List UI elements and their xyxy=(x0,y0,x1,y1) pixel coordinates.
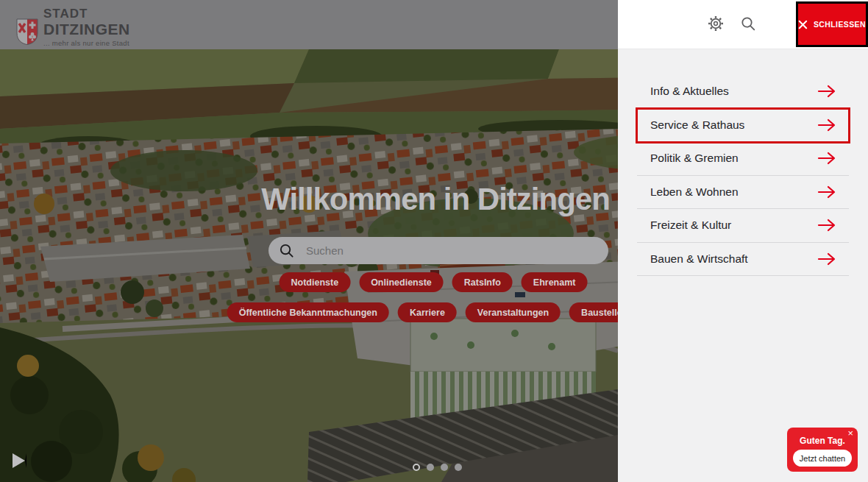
close-menu-button[interactable]: SCHLIESSEN xyxy=(796,1,868,47)
settings-button[interactable] xyxy=(705,13,727,35)
chat-widget: × Guten Tag. Jetzt chatten xyxy=(787,428,858,472)
menu-item-info-aktuelles[interactable]: Info & Aktuelles xyxy=(637,75,849,109)
quick-link-ehrenamt[interactable]: Ehrenamt xyxy=(522,272,588,292)
menu-item-label: Service & Rathaus xyxy=(650,118,744,132)
close-x-icon xyxy=(798,19,808,30)
quick-link-notdienste[interactable]: Notdienste xyxy=(280,272,351,292)
gear-icon xyxy=(707,15,725,32)
play-button[interactable] xyxy=(13,453,26,468)
logo-line1: STADT xyxy=(43,7,130,20)
carousel-dot-2[interactable] xyxy=(427,464,434,471)
carousel-dot-1[interactable] xyxy=(413,464,420,471)
carousel-dots xyxy=(413,464,462,471)
carousel-dot-4[interactable] xyxy=(455,464,462,471)
quick-link-veranstaltungen[interactable]: Veranstaltungen xyxy=(466,302,561,322)
quick-links-row1: Notdienste Onlinedienste RatsInfo Ehrena… xyxy=(280,272,588,292)
arrow-right-icon xyxy=(817,118,836,132)
menu-item-label: Info & Aktuelles xyxy=(650,85,729,98)
menu-item-politik-gremien[interactable]: Politik & Gremien xyxy=(637,142,849,176)
search-bar[interactable] xyxy=(268,237,608,264)
menu-panel: SCHLIESSEN Info & Aktuelles Service & Ra… xyxy=(618,0,868,482)
menu-item-label: Bauen & Wirtschaft xyxy=(650,252,748,266)
site-header: STADT DITZINGEN ... mehr als nur eine St… xyxy=(0,0,618,49)
quick-links-row2: Öffentliche Bekanntmachungen Karriere Ve… xyxy=(227,302,640,322)
arrow-right-icon xyxy=(817,85,836,98)
search-icon xyxy=(740,15,756,32)
quick-link-ratsinfo[interactable]: RatsInfo xyxy=(452,272,513,292)
arrow-right-icon xyxy=(817,185,836,199)
menu-panel-header: SCHLIESSEN xyxy=(618,0,868,49)
quick-link-oeffentliche-bekanntmachungen[interactable]: Öffentliche Bekanntmachungen xyxy=(227,302,389,322)
site-logo[interactable]: STADT DITZINGEN ... mehr als nur eine St… xyxy=(16,4,130,47)
menu-item-label: Leben & Wohnen xyxy=(650,185,739,199)
close-menu-label: SCHLIESSEN xyxy=(814,20,866,29)
city-crest-icon xyxy=(16,18,38,45)
search-input[interactable] xyxy=(306,244,598,257)
menu-dim-overlay xyxy=(0,49,618,482)
quick-link-onlinedienste[interactable]: Onlinedienste xyxy=(359,272,444,292)
chat-start-button[interactable]: Jetzt chatten xyxy=(793,450,852,467)
arrow-right-icon xyxy=(817,252,836,266)
chat-close-icon[interactable]: × xyxy=(847,428,853,438)
main-menu: Info & Aktuelles Service & Rathaus Polit… xyxy=(637,75,849,276)
logo-line2: DITZINGEN xyxy=(43,21,130,37)
carousel-dot-3[interactable] xyxy=(441,464,448,471)
logo-tagline: ... mehr als nur eine Stadt xyxy=(43,40,130,47)
search-icon xyxy=(279,243,294,258)
menu-item-service-rathaus[interactable]: Service & Rathaus xyxy=(637,109,849,143)
hero-title: Willkommen in Ditzingen xyxy=(261,182,610,217)
menu-item-freizeit-kultur[interactable]: Freizeit & Kultur xyxy=(637,209,849,243)
search-button[interactable] xyxy=(737,13,759,35)
arrow-right-icon xyxy=(817,152,836,165)
arrow-right-icon xyxy=(817,219,836,232)
page: STADT DITZINGEN ... mehr als nur eine St… xyxy=(0,0,868,482)
menu-item-bauen-wirtschaft[interactable]: Bauen & Wirtschaft xyxy=(637,243,849,277)
menu-item-label: Politik & Gremien xyxy=(650,152,739,165)
quick-link-karriere[interactable]: Karriere xyxy=(398,302,457,322)
menu-item-label: Freizeit & Kultur xyxy=(650,219,731,232)
menu-item-leben-wohnen[interactable]: Leben & Wohnen xyxy=(637,176,849,210)
